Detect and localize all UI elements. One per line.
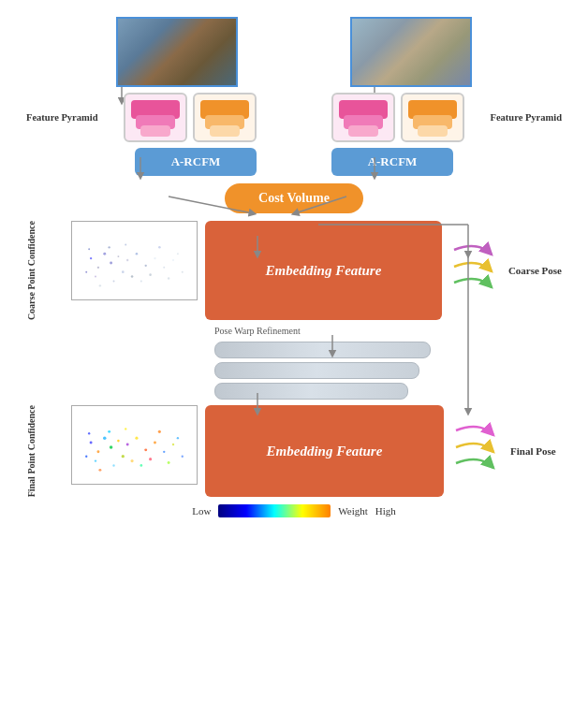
coarse-confidence-box bbox=[71, 221, 198, 300]
right-fp-pink bbox=[331, 93, 395, 142]
feature-pyramid-row: Feature Pyramid bbox=[19, 93, 569, 142]
colorbar-section: Low Weight High bbox=[19, 504, 569, 517]
svg-point-52 bbox=[112, 464, 114, 466]
fp-pink-bar-3 bbox=[140, 125, 170, 137]
svg-point-59 bbox=[125, 428, 126, 430]
svg-point-51 bbox=[130, 459, 133, 462]
svg-point-22 bbox=[122, 270, 125, 273]
svg-point-40 bbox=[117, 440, 120, 443]
svg-point-23 bbox=[154, 257, 155, 259]
svg-point-21 bbox=[95, 276, 96, 278]
warp-bar-3 bbox=[214, 383, 408, 400]
svg-point-38 bbox=[90, 442, 93, 444]
svg-point-50 bbox=[163, 451, 165, 453]
warp-section: Pose Warp Refinement bbox=[19, 326, 569, 400]
final-section: Final Point Confidence bbox=[19, 405, 569, 497]
svg-point-47 bbox=[95, 460, 96, 462]
svg-point-44 bbox=[85, 456, 87, 458]
coarse-pose-arrows bbox=[449, 221, 501, 320]
svg-point-20 bbox=[145, 265, 147, 267]
cost-volume-row: Cost Volume bbox=[19, 183, 569, 213]
final-embedding-label: Embedding Feature bbox=[267, 444, 383, 459]
right-arcfm-block: A-RCFM bbox=[331, 148, 453, 176]
svg-point-24 bbox=[163, 267, 165, 269]
svg-point-27 bbox=[99, 284, 101, 286]
final-embedding-block: Embedding Feature bbox=[205, 405, 444, 497]
final-pose-arrows bbox=[451, 405, 503, 497]
svg-point-45 bbox=[135, 437, 138, 440]
left-image-content bbox=[118, 19, 236, 85]
coarse-arrows-svg bbox=[449, 231, 501, 311]
fp-blocks-group bbox=[124, 93, 464, 142]
svg-point-19 bbox=[136, 253, 139, 255]
svg-point-54 bbox=[140, 464, 142, 467]
svg-point-14 bbox=[117, 255, 119, 257]
svg-point-12 bbox=[90, 257, 92, 259]
svg-point-39 bbox=[103, 437, 107, 441]
svg-point-15 bbox=[97, 267, 99, 269]
svg-point-16 bbox=[110, 261, 112, 264]
arcfm-row: A-RCFM A-RCFM bbox=[19, 148, 569, 176]
svg-point-48 bbox=[122, 455, 125, 458]
left-input-image bbox=[116, 17, 238, 87]
svg-point-37 bbox=[177, 253, 179, 255]
left-fp-orange bbox=[193, 93, 257, 142]
final-confidence-box bbox=[71, 405, 198, 485]
svg-point-35 bbox=[88, 248, 90, 250]
svg-point-29 bbox=[172, 259, 174, 261]
svg-point-31 bbox=[182, 271, 184, 273]
coarse-section: Coarse Point Confidence bbox=[19, 221, 569, 320]
colorbar-labels: Weight bbox=[338, 505, 368, 517]
svg-point-63 bbox=[177, 437, 179, 439]
final-pose-label: Final Pose bbox=[510, 445, 562, 457]
svg-point-46 bbox=[144, 449, 147, 452]
svg-point-57 bbox=[182, 456, 184, 458]
right-image-content bbox=[352, 19, 470, 85]
svg-point-32 bbox=[108, 246, 110, 248]
svg-point-43 bbox=[126, 444, 129, 446]
right-input-image bbox=[350, 17, 472, 87]
coarse-embedding-label: Embedding Feature bbox=[266, 263, 382, 279]
coarse-embedding-block: Embedding Feature bbox=[205, 221, 442, 320]
svg-point-36 bbox=[168, 277, 169, 279]
pose-warp-label: Pose Warp Refinement bbox=[214, 326, 442, 336]
svg-point-42 bbox=[110, 445, 113, 449]
architecture-diagram: Feature Pyramid bbox=[0, 0, 588, 692]
svg-point-17 bbox=[126, 259, 128, 261]
coarse-confidence-label: Coarse Point Confidence bbox=[26, 221, 64, 320]
final-arrows-svg bbox=[451, 412, 503, 491]
final-scatter-plot bbox=[72, 406, 197, 484]
warp-bar-2 bbox=[214, 362, 419, 379]
warp-bar-1 bbox=[214, 342, 431, 358]
weight-label: Weight bbox=[338, 505, 368, 517]
svg-point-34 bbox=[158, 246, 161, 249]
cost-volume-block: Cost Volume bbox=[225, 183, 363, 213]
left-fp-pink bbox=[124, 93, 187, 142]
feature-pyramid-left-label: Feature Pyramid bbox=[26, 112, 98, 123]
svg-point-18 bbox=[85, 271, 87, 273]
final-confidence-label: Final Point Confidence bbox=[26, 405, 64, 497]
svg-point-26 bbox=[113, 280, 115, 282]
colorbar-low-label: Low bbox=[192, 505, 211, 517]
svg-point-61 bbox=[88, 432, 90, 434]
fp-orange-bar-3 bbox=[210, 125, 240, 137]
left-fp-group bbox=[124, 93, 257, 142]
svg-point-33 bbox=[125, 243, 126, 245]
coarse-pose-label: Coarse Pose bbox=[508, 265, 562, 276]
warp-blocks-container: Pose Warp Refinement bbox=[207, 326, 442, 400]
left-arcfm-block: A-RCFM bbox=[135, 148, 257, 176]
svg-point-60 bbox=[158, 430, 161, 433]
svg-point-56 bbox=[149, 458, 152, 460]
right-fp-orange bbox=[401, 93, 464, 142]
colorbar-high-label: High bbox=[375, 505, 396, 517]
svg-point-58 bbox=[108, 430, 110, 433]
svg-point-49 bbox=[154, 442, 156, 444]
right-fp-group bbox=[331, 93, 464, 142]
svg-point-62 bbox=[168, 461, 170, 464]
svg-point-25 bbox=[131, 275, 134, 278]
svg-point-41 bbox=[96, 450, 99, 453]
svg-point-13 bbox=[103, 253, 106, 255]
images-row bbox=[19, 9, 569, 87]
svg-point-55 bbox=[172, 444, 174, 445]
colorbar-gradient bbox=[218, 504, 331, 517]
